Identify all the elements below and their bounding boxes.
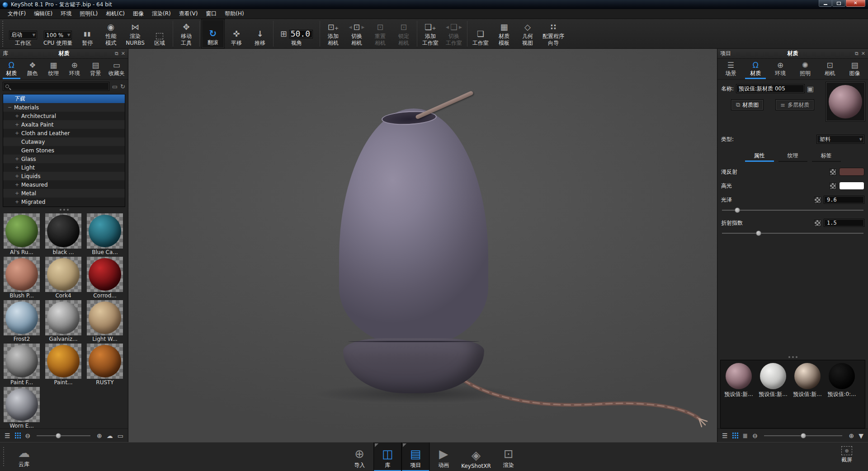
tree-item[interactable]: + Measured [3,180,125,189]
material-thumbnail[interactable]: black ... [44,213,82,256]
zoom-in-icon[interactable] [97,432,102,439]
add-studio-button[interactable]: 添加 工作室 [419,19,442,48]
project-material-thumbnail[interactable]: 预设值:新... [756,363,790,398]
material-type-dropdown[interactable]: 塑料 ▼ [816,135,864,144]
geometry-view-button[interactable]: 几何 视图 [516,19,539,48]
tree-item[interactable]: + Light [3,163,125,172]
expander-icon[interactable]: + [15,165,21,170]
pan-button[interactable]: 平移 [225,19,248,48]
library-tab[interactable]: 颜色 [22,59,43,79]
texture-checker-icon[interactable] [830,183,836,189]
material-thumbnail[interactable]: Worn E... [3,387,41,429]
multi-layer-material-button[interactable]: 多层材质 [775,99,814,110]
dock-grip[interactable] [2,447,6,466]
material-subtab[interactable]: 标签 [818,151,835,162]
menu-item[interactable]: 帮助(H) [221,9,248,19]
project-tab[interactable]: 照明 [793,59,817,79]
material-thumbnail[interactable]: Light W... [86,300,124,343]
tree-item[interactable]: 下载 [3,94,125,103]
tree-item[interactable]: + Cloth and Leather [3,129,125,137]
next-arrow-icon[interactable]: ▶ [362,22,365,32]
library-tab[interactable]: 环境 [64,59,85,79]
tumble-button[interactable]: 翻滚 [201,19,225,48]
library-tab[interactable]: 纹理 [43,59,64,79]
fov-input[interactable]: 50.0 [289,30,313,38]
material-subtab[interactable]: 纹理 [785,151,801,162]
fov-control[interactable]: 50.0 视角 [275,19,318,48]
minimize-button[interactable] [819,0,832,7]
library-search-input[interactable] [3,82,109,91]
library-tab[interactable]: 材质 [1,59,22,79]
thumbnail-size-slider[interactable] [764,435,842,436]
library-tab[interactable]: 背景 [85,59,106,79]
add-folder-icon[interactable] [112,83,118,90]
dock-item[interactable]: 项目 [401,443,429,471]
diffuse-color-swatch[interactable] [839,168,864,176]
zoom-out-icon[interactable] [25,432,31,439]
dock-item[interactable]: 库 [373,443,401,471]
material-subtab[interactable]: 属性 [751,151,768,162]
performance-mode-button[interactable]: 性能 模式 [99,19,123,48]
material-template-button[interactable]: 材质 模板 [492,19,516,48]
menu-item[interactable]: 相机(C) [102,9,129,19]
expander-icon[interactable]: + [15,130,21,136]
expander-icon[interactable]: + [15,113,21,119]
menu-item[interactable]: 照明(L) [75,9,102,19]
tree-item[interactable]: + Metal [3,189,125,198]
prev-arrow-icon[interactable]: ◀ [349,22,352,32]
close-icon[interactable]: ✕ [121,51,125,57]
dock-item[interactable]: 动画 [429,443,458,471]
tree-view-icon[interactable] [743,432,748,439]
menu-item[interactable]: 文件(F) [4,9,30,19]
expander-icon[interactable]: + [15,190,21,196]
workspace-selector[interactable]: 启动 ▼ 工作区 [6,19,40,48]
menu-item[interactable]: 编辑(E) [30,9,57,19]
texture-checker-icon[interactable] [830,169,836,175]
zoom-in-icon[interactable] [849,432,854,439]
tree-item[interactable]: Cutaway [3,137,125,146]
project-material-thumbnail[interactable]: 预设值:新... [722,363,756,398]
expander-icon[interactable]: + [15,199,21,205]
library-tab[interactable]: 收藏夹 [106,59,127,79]
render-nurbs-button[interactable]: 渲染 NURBS [123,19,148,48]
add-camera-button[interactable]: 添加 相机 [321,19,345,48]
texture-checker-icon[interactable] [814,197,821,203]
material-thumbnail[interactable]: Paint... [44,344,82,386]
material-thumbnail[interactable]: Galvaniz... [44,300,82,343]
thumbnail-size-slider[interactable] [37,435,90,436]
project-tab[interactable]: 相机 [817,59,842,79]
dolly-button[interactable]: 推移 [248,19,272,48]
close-button[interactable]: ✕ [846,0,865,7]
expander-icon[interactable]: + [15,156,21,162]
expander-icon[interactable]: + [15,173,21,179]
maximize-button[interactable] [832,0,845,7]
tree-item[interactable]: + Liquids [3,172,125,180]
material-graph-button[interactable]: 材质图 [731,99,764,110]
dock-item[interactable]: 导入 [345,443,373,471]
undock-icon[interactable]: ⧉ [855,51,859,57]
project-tab[interactable]: 环境 [768,59,793,79]
project-tab[interactable]: 图像 [842,59,867,79]
cpu-usage-dropdown[interactable]: 100 % ▼ [44,31,72,39]
expander-icon[interactable]: + [15,182,21,188]
specular-color-swatch[interactable] [839,182,864,190]
ior-slider-knob[interactable] [756,231,761,236]
dock-item[interactable]: KeyShotXR [458,443,495,471]
list-view-icon[interactable] [722,432,728,439]
refresh-icon[interactable] [120,83,125,90]
gloss-slider[interactable] [722,207,863,213]
cloud-upload-icon[interactable] [107,432,113,439]
cloud-library-button[interactable]: 云库 [10,444,38,471]
tree-item[interactable]: + Axalta Paint [3,120,125,129]
material-thumbnail[interactable]: Blush P... [3,257,41,299]
grid-view-icon[interactable] [15,433,21,438]
screenshot-button[interactable]: ⊕ 截屏 [833,444,861,466]
menu-item[interactable]: 图像 [129,9,148,19]
material-thumbnail[interactable]: Frost2 [3,300,41,343]
realtime-viewport[interactable] [128,49,717,442]
expander-icon[interactable]: − [8,104,14,110]
splitter-handle[interactable] [717,354,868,360]
switch-camera-button[interactable]: ◀▶ 切换 相机 [345,19,368,48]
dock-item[interactable]: 渲染 [495,443,523,471]
project-material-thumbnail[interactable]: 预设值:新... [790,363,825,398]
